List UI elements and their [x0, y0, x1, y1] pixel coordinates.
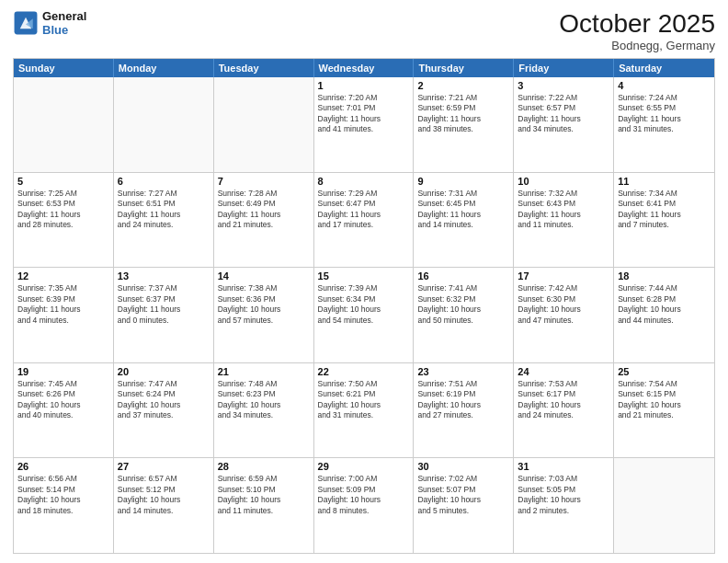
day-cell-30: 30Sunrise: 7:02 AM Sunset: 5:07 PM Dayli… [414, 458, 514, 553]
day-info: Sunrise: 7:31 AM Sunset: 6:45 PM Dayligh… [417, 189, 509, 231]
day-number: 24 [518, 366, 609, 377]
day-info: Sunrise: 6:56 AM Sunset: 5:14 PM Dayligh… [17, 474, 109, 516]
day-info: Sunrise: 7:38 AM Sunset: 6:36 PM Dayligh… [218, 283, 310, 326]
day-cell-31: 31Sunrise: 7:03 AM Sunset: 5:05 PM Dayli… [514, 458, 614, 553]
day-info: Sunrise: 7:21 AM Sunset: 6:59 PM Dayligh… [417, 93, 509, 135]
day-number: 30 [417, 461, 509, 472]
day-cell-28: 28Sunrise: 6:59 AM Sunset: 5:10 PM Dayli… [214, 458, 314, 553]
day-cell-7: 7Sunrise: 7:28 AM Sunset: 6:49 PM Daylig… [214, 173, 314, 268]
day-cell-10: 10Sunrise: 7:32 AM Sunset: 6:43 PM Dayli… [514, 173, 614, 268]
day-number: 9 [417, 176, 509, 187]
day-info: Sunrise: 7:29 AM Sunset: 6:47 PM Dayligh… [318, 189, 410, 231]
day-info: Sunrise: 7:20 AM Sunset: 7:01 PM Dayligh… [318, 93, 410, 135]
day-number: 13 [118, 270, 210, 282]
day-cell-27: 27Sunrise: 6:57 AM Sunset: 5:12 PM Dayli… [114, 458, 214, 553]
calendar-row-5: 26Sunrise: 6:56 AM Sunset: 5:14 PM Dayli… [14, 457, 714, 553]
day-cell-22: 22Sunrise: 7:50 AM Sunset: 6:21 PM Dayli… [314, 363, 415, 458]
page: General Blue October 2025 Bodnegg, Germa… [0, 0, 728, 563]
day-cell-5: 5Sunrise: 7:25 AM Sunset: 6:53 PM Daylig… [14, 173, 114, 268]
day-info: Sunrise: 7:39 AM Sunset: 6:34 PM Dayligh… [318, 283, 410, 326]
day-number: 15 [318, 270, 410, 282]
weekday-header-sunday: Sunday [14, 59, 114, 77]
day-info: Sunrise: 7:51 AM Sunset: 6:19 PM Dayligh… [417, 379, 509, 421]
calendar: SundayMondayTuesdayWednesdayThursdayFrid… [13, 58, 715, 554]
day-cell-2: 2Sunrise: 7:21 AM Sunset: 6:59 PM Daylig… [414, 77, 514, 172]
logo-text: General Blue [42, 9, 86, 37]
day-info: Sunrise: 7:50 AM Sunset: 6:21 PM Dayligh… [318, 379, 410, 421]
day-cell-3: 3Sunrise: 7:22 AM Sunset: 6:57 PM Daylig… [514, 77, 614, 172]
weekday-header-monday: Monday [114, 59, 214, 77]
day-info: Sunrise: 7:22 AM Sunset: 6:57 PM Dayligh… [518, 93, 609, 135]
day-number: 25 [618, 366, 711, 377]
day-info: Sunrise: 6:59 AM Sunset: 5:10 PM Dayligh… [218, 474, 310, 516]
day-info: Sunrise: 7:34 AM Sunset: 6:41 PM Dayligh… [618, 189, 711, 231]
day-number: 26 [17, 461, 109, 472]
day-number: 4 [618, 80, 711, 91]
day-info: Sunrise: 7:35 AM Sunset: 6:39 PM Dayligh… [17, 283, 109, 326]
day-info: Sunrise: 7:44 AM Sunset: 6:28 PM Dayligh… [618, 283, 711, 326]
day-cell-8: 8Sunrise: 7:29 AM Sunset: 6:47 PM Daylig… [314, 173, 415, 268]
day-cell-4: 4Sunrise: 7:24 AM Sunset: 6:55 PM Daylig… [614, 77, 714, 172]
logo-icon [13, 10, 39, 36]
empty-cell [614, 458, 714, 553]
day-number: 1 [318, 80, 410, 91]
calendar-row-3: 12Sunrise: 7:35 AM Sunset: 6:39 PM Dayli… [14, 267, 714, 362]
day-number: 27 [118, 461, 210, 472]
day-number: 12 [17, 270, 109, 282]
weekday-header-thursday: Thursday [414, 59, 514, 77]
weekday-header-tuesday: Tuesday [214, 59, 314, 77]
calendar-row-2: 5Sunrise: 7:25 AM Sunset: 6:53 PM Daylig… [14, 172, 714, 268]
day-info: Sunrise: 7:41 AM Sunset: 6:32 PM Dayligh… [417, 283, 509, 326]
day-number: 5 [17, 176, 109, 187]
header: General Blue October 2025 Bodnegg, Germa… [13, 9, 715, 52]
day-cell-23: 23Sunrise: 7:51 AM Sunset: 6:19 PM Dayli… [414, 363, 514, 458]
day-cell-24: 24Sunrise: 7:53 AM Sunset: 6:17 PM Dayli… [514, 363, 614, 458]
day-number: 23 [417, 366, 509, 377]
day-number: 14 [218, 270, 310, 282]
day-info: Sunrise: 7:53 AM Sunset: 6:17 PM Dayligh… [518, 379, 609, 421]
day-info: Sunrise: 7:03 AM Sunset: 5:05 PM Dayligh… [518, 474, 609, 516]
day-number: 18 [618, 270, 711, 282]
day-info: Sunrise: 7:28 AM Sunset: 6:49 PM Dayligh… [218, 189, 310, 231]
day-cell-15: 15Sunrise: 7:39 AM Sunset: 6:34 PM Dayli… [314, 268, 415, 362]
empty-cell [214, 77, 314, 172]
day-cell-12: 12Sunrise: 7:35 AM Sunset: 6:39 PM Dayli… [14, 268, 114, 362]
calendar-row-1: 1Sunrise: 7:20 AM Sunset: 7:01 PM Daylig… [14, 77, 714, 172]
day-number: 22 [318, 366, 410, 377]
day-cell-20: 20Sunrise: 7:47 AM Sunset: 6:24 PM Dayli… [114, 363, 214, 458]
day-number: 17 [518, 270, 609, 282]
day-cell-13: 13Sunrise: 7:37 AM Sunset: 6:37 PM Dayli… [114, 268, 214, 362]
day-number: 7 [218, 176, 310, 187]
day-number: 10 [518, 176, 609, 187]
empty-cell [114, 77, 214, 172]
day-number: 31 [518, 461, 609, 472]
day-cell-16: 16Sunrise: 7:41 AM Sunset: 6:32 PM Dayli… [414, 268, 514, 362]
day-cell-11: 11Sunrise: 7:34 AM Sunset: 6:41 PM Dayli… [614, 173, 714, 268]
calendar-header: SundayMondayTuesdayWednesdayThursdayFrid… [14, 59, 714, 77]
calendar-row-4: 19Sunrise: 7:45 AM Sunset: 6:26 PM Dayli… [14, 362, 714, 458]
day-info: Sunrise: 7:47 AM Sunset: 6:24 PM Dayligh… [118, 379, 210, 421]
day-number: 2 [417, 80, 509, 91]
day-number: 11 [618, 176, 711, 187]
day-cell-18: 18Sunrise: 7:44 AM Sunset: 6:28 PM Dayli… [614, 268, 714, 362]
day-number: 8 [318, 176, 410, 187]
day-info: Sunrise: 7:27 AM Sunset: 6:51 PM Dayligh… [118, 189, 210, 231]
day-cell-9: 9Sunrise: 7:31 AM Sunset: 6:45 PM Daylig… [414, 173, 514, 268]
day-cell-17: 17Sunrise: 7:42 AM Sunset: 6:30 PM Dayli… [514, 268, 614, 362]
day-info: Sunrise: 7:48 AM Sunset: 6:23 PM Dayligh… [218, 379, 310, 421]
month-title: October 2025 [559, 9, 715, 39]
day-number: 16 [417, 270, 509, 282]
day-info: Sunrise: 7:00 AM Sunset: 5:09 PM Dayligh… [318, 474, 410, 516]
day-info: Sunrise: 7:42 AM Sunset: 6:30 PM Dayligh… [518, 283, 609, 326]
day-cell-1: 1Sunrise: 7:20 AM Sunset: 7:01 PM Daylig… [314, 77, 415, 172]
day-cell-26: 26Sunrise: 6:56 AM Sunset: 5:14 PM Dayli… [14, 458, 114, 553]
day-info: Sunrise: 7:32 AM Sunset: 6:43 PM Dayligh… [518, 189, 609, 231]
day-info: Sunrise: 7:24 AM Sunset: 6:55 PM Dayligh… [618, 93, 711, 135]
day-number: 3 [518, 80, 609, 91]
day-cell-29: 29Sunrise: 7:00 AM Sunset: 5:09 PM Dayli… [314, 458, 415, 553]
day-info: Sunrise: 7:25 AM Sunset: 6:53 PM Dayligh… [17, 189, 109, 231]
day-info: Sunrise: 7:37 AM Sunset: 6:37 PM Dayligh… [118, 283, 210, 326]
calendar-body: 1Sunrise: 7:20 AM Sunset: 7:01 PM Daylig… [14, 77, 714, 553]
day-number: 20 [118, 366, 210, 377]
weekday-header-wednesday: Wednesday [314, 59, 415, 77]
